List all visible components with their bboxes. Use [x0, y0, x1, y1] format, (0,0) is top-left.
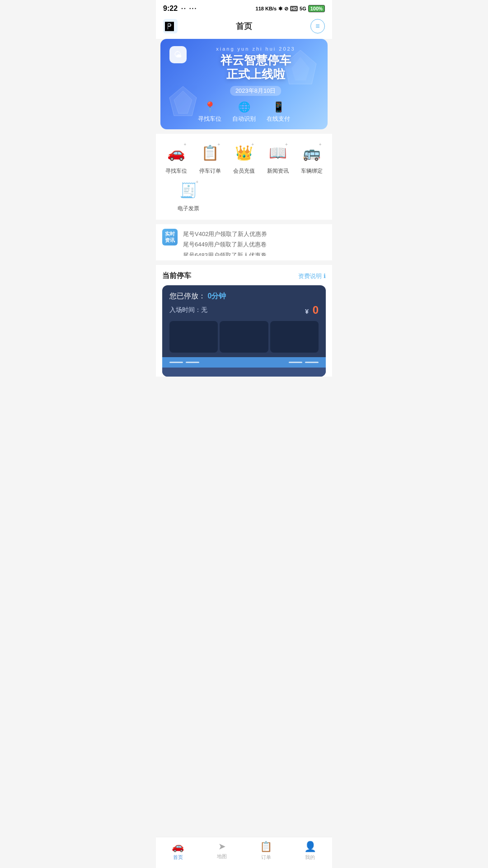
- quick-menu-row1: + 🚗 寻找车位 + 📋 停车订单 + 👑 会员充值: [160, 141, 328, 175]
- member-icon-wrap: + 👑: [232, 141, 256, 165]
- plus-decoration3: +: [251, 142, 254, 147]
- news-tag: 实时 资讯: [162, 229, 178, 245]
- status-dots: ·· ···: [181, 5, 197, 12]
- fee-info-link[interactable]: 资费说明 ℹ: [298, 272, 326, 280]
- book-icon: 📖: [269, 144, 287, 161]
- fee-symbol: ¥: [305, 308, 309, 315]
- bluetooth-icon: ✱: [278, 6, 282, 12]
- find-parking-icon-wrap: + 🚗: [164, 141, 188, 165]
- parking-fee: ¥ 0: [305, 304, 319, 316]
- news-item-3: 尾号6483用户领取了新人优惠卷: [183, 250, 326, 256]
- plate-dashes-right: [289, 362, 319, 363]
- hd-icon: HD: [290, 6, 298, 11]
- banner-logo-icon: 🌤: [174, 50, 182, 60]
- header: 🅿 首页 ≡: [156, 15, 332, 39]
- fee-link-text: 资费说明: [298, 272, 322, 280]
- crown-icon: 👑: [235, 144, 253, 161]
- dash2: [186, 362, 199, 363]
- page-title: 首页: [236, 21, 252, 32]
- duration-label: 您已停放：: [169, 292, 206, 300]
- location-icon: 📍: [204, 101, 216, 113]
- status-time: 9:22: [163, 5, 178, 13]
- parking-section-title: 当前停车: [162, 271, 191, 281]
- news-content: 尾号V402用户领取了新人优惠券 尾号6449用户领取了新人优惠卷 尾号6483…: [183, 229, 326, 256]
- parking-info: 您已停放： 0分钟 入场时间：无 ¥ 0: [162, 285, 326, 321]
- quick-item-member[interactable]: + 👑 会员充值: [228, 141, 260, 175]
- dash1: [169, 362, 183, 363]
- crystal-left: [165, 84, 201, 120]
- quick-menu: + 🚗 寻找车位 + 📋 停车订单 + 👑 会员充值: [156, 134, 332, 220]
- news-tag-line2: 资讯: [165, 237, 175, 243]
- orders-icon-wrap: + 📋: [198, 141, 222, 165]
- plus-decoration2: +: [217, 142, 220, 147]
- quick-item-invoice[interactable]: + 🧾 电子发票: [172, 179, 205, 212]
- battery-icon: 100%: [308, 5, 325, 12]
- bus-icon: 🚌: [303, 144, 321, 161]
- news-item-1: 尾号V402用户领取了新人优惠券: [183, 229, 326, 239]
- bind-vehicle-icon-wrap: + 🚌: [300, 141, 324, 165]
- duration-value: 0分钟: [207, 292, 226, 300]
- dash3: [289, 362, 302, 363]
- promo-banner[interactable]: 🌤 xiang yun zhi hui 2023 祥云智慧停车 正式上线啦 20…: [160, 39, 328, 129]
- app-logo: 🅿: [163, 19, 178, 33]
- orders-label: 停车订单: [199, 167, 221, 175]
- banner-subtitle: xiang yun zhi hui 2023: [193, 46, 319, 52]
- parking-card-footer: [162, 368, 326, 377]
- feature-find-label: 寻找车位: [198, 115, 221, 123]
- invoice-icon-wrap: + 🧾: [177, 179, 200, 202]
- banner-logo: 🌤: [169, 46, 187, 63]
- parking-images: [162, 321, 326, 357]
- signal-icon: 5G: [300, 6, 306, 11]
- feature-auto-detect: 🌐 自动识别: [232, 101, 256, 123]
- news-item-2: 尾号6449用户领取了新人优惠卷: [183, 239, 326, 250]
- orders-icon: 📋: [201, 144, 219, 161]
- current-parking-section: 当前停车 资费说明 ℹ 您已停放： 0分钟 入场时间：无 ¥ 0: [156, 265, 332, 377]
- plus-decoration6: +: [196, 179, 198, 184]
- status-right: 118 KB/s ✱ ⊘ HD 5G 100%: [256, 5, 325, 12]
- plus-decoration: +: [184, 142, 187, 147]
- quick-item-orders[interactable]: + 📋 停车订单: [194, 141, 226, 175]
- parking-entry-row: 入场时间：无 ¥ 0: [169, 304, 319, 316]
- fee-value: 0: [313, 304, 319, 316]
- news-label: 新闻资讯: [267, 167, 289, 175]
- news-icon-wrap: + 📖: [266, 141, 290, 165]
- dash4: [305, 362, 319, 363]
- plate-dashes-left: [169, 362, 199, 363]
- menu-icon: ≡: [315, 22, 319, 30]
- feature-auto-label: 自动识别: [232, 115, 256, 123]
- feature-find-parking: 📍 寻找车位: [198, 101, 221, 123]
- plate-bar: [162, 357, 326, 368]
- network-speed: 118 KB/s: [256, 6, 277, 11]
- vibrate-icon: ⊘: [284, 6, 288, 12]
- parking-image-1: [169, 321, 218, 353]
- news-tag-line1: 实时: [165, 231, 175, 237]
- svg-text:🅿: 🅿: [165, 22, 174, 32]
- entry-time-label: 入场时间：无: [169, 306, 207, 314]
- menu-button[interactable]: ≡: [310, 19, 325, 33]
- feature-online-pay: 📱 在线支付: [267, 101, 290, 123]
- phone-icon: 📱: [272, 101, 285, 113]
- parking-image-2: [220, 321, 268, 353]
- status-bar: 9:22 ·· ··· 118 KB/s ✱ ⊘ HD 5G 100%: [156, 0, 332, 15]
- quick-menu-row2: + 🧾 电子发票: [160, 179, 328, 212]
- banner-date: 2023年8月10日: [230, 86, 282, 96]
- quick-item-find-parking[interactable]: + 🚗 寻找车位: [160, 141, 192, 175]
- parking-image-3: [270, 321, 319, 353]
- parking-section-header: 当前停车 资费说明 ℹ: [162, 271, 326, 281]
- quick-item-bind-vehicle[interactable]: + 🚌 车辆绑定: [296, 141, 328, 175]
- crystal-right: [278, 48, 323, 93]
- member-label: 会员充值: [233, 167, 255, 175]
- plus-decoration4: +: [285, 142, 288, 147]
- news-ticker: 实时 资讯 尾号V402用户领取了新人优惠券 尾号6449用户领取了新人优惠卷 …: [156, 224, 332, 260]
- globe-icon: 🌐: [238, 101, 250, 113]
- feature-pay-label: 在线支付: [267, 115, 290, 123]
- parking-duration: 您已停放： 0分钟: [169, 292, 319, 301]
- info-icon: ℹ: [324, 273, 326, 279]
- invoice-icon: 🧾: [179, 182, 197, 199]
- quick-item-news[interactable]: + 📖 新闻资讯: [262, 141, 294, 175]
- find-parking-label: 寻找车位: [165, 167, 187, 175]
- parking-card: 您已停放： 0分钟 入场时间：无 ¥ 0: [162, 285, 326, 377]
- invoice-label: 电子发票: [178, 205, 199, 212]
- plus-decoration5: +: [319, 142, 322, 147]
- find-parking-icon: 🚗: [167, 144, 185, 161]
